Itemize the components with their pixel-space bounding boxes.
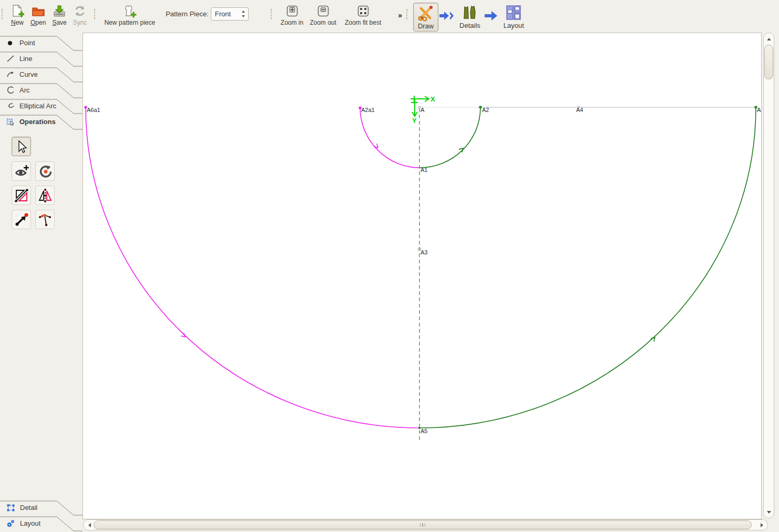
tab-detail[interactable]: Detail bbox=[0, 500, 83, 516]
sync-button[interactable]: Sync bbox=[70, 3, 90, 28]
layout-mode-button[interactable]: Layout bbox=[500, 3, 527, 30]
green-small-arc[interactable] bbox=[419, 107, 480, 168]
zoom-fit-best-button[interactable]: Zoom fit best bbox=[342, 3, 384, 28]
sync-icon bbox=[73, 4, 87, 18]
true-darts-icon bbox=[38, 212, 53, 227]
scroll-left-arrow[interactable] bbox=[85, 520, 94, 530]
tab-layout[interactable]: Layout bbox=[0, 516, 83, 532]
axis-y-label: Y bbox=[412, 117, 417, 125]
pattern-piece-select[interactable]: Front bbox=[211, 7, 249, 21]
new-button-label: New bbox=[11, 19, 24, 26]
save-icon bbox=[53, 4, 66, 18]
magenta-large-arc[interactable] bbox=[86, 107, 419, 428]
rotate-icon bbox=[38, 164, 53, 179]
horizontal-scrollbar-thumb[interactable] bbox=[94, 520, 752, 529]
tab-elliptical-arc[interactable]: Elliptical Arc bbox=[0, 99, 83, 115]
tab-detail-label: Detail bbox=[20, 504, 37, 511]
pattern-drawing: X Y A6a1 A2a1 A A2 A4 A6 A1 A3 A5 bbox=[83, 33, 761, 519]
horizontal-scrollbar[interactable] bbox=[83, 519, 768, 530]
vertical-scrollbar[interactable] bbox=[763, 33, 774, 518]
drawing-canvas[interactable]: X Y A6a1 A2a1 A A2 A4 A6 A1 A3 A5 bbox=[83, 33, 762, 519]
draw-scissors-pencil-icon bbox=[417, 4, 435, 22]
tab-point[interactable]: Point bbox=[0, 36, 83, 52]
scroll-right-arrow[interactable] bbox=[757, 520, 766, 530]
new-pattern-piece-button[interactable]: New pattern piece bbox=[101, 3, 158, 28]
open-button[interactable]: Open bbox=[27, 3, 49, 28]
flip-by-axis-icon bbox=[38, 188, 53, 203]
point-labels: A6a1 A2a1 A A2 A4 A6 A1 A3 A5 bbox=[87, 107, 761, 434]
move-objects-tool-button[interactable] bbox=[12, 210, 31, 229]
label-a2a1: A2a1 bbox=[361, 107, 375, 113]
zoom-out-label: Zoom out bbox=[310, 19, 336, 26]
tab-arc-label: Arc bbox=[19, 86, 30, 94]
draw-to-details-arrow-icon bbox=[438, 10, 454, 22]
eye-plus-icon bbox=[14, 164, 29, 179]
detail-icon bbox=[6, 503, 15, 512]
layout-gears-icon bbox=[6, 519, 15, 528]
tab-arc[interactable]: Arc bbox=[0, 83, 83, 99]
arc-direction-arrows bbox=[181, 144, 657, 342]
layout-mode-label: Layout bbox=[504, 22, 524, 29]
spinner-arrows-icon[interactable] bbox=[241, 9, 247, 19]
pattern-points bbox=[84, 106, 757, 429]
group-visibility-tool-button[interactable] bbox=[12, 161, 31, 181]
tab-point-label: Point bbox=[19, 39, 35, 47]
toolbar-drag-handle[interactable] bbox=[271, 9, 273, 19]
tab-line-label: Line bbox=[19, 55, 33, 63]
rotate-objects-tool-button[interactable] bbox=[35, 161, 55, 181]
label-a6a1: A6a1 bbox=[87, 107, 100, 113]
point-icon bbox=[6, 38, 15, 47]
tab-layout-label: Layout bbox=[20, 519, 40, 527]
pattern-piece-value: Front bbox=[215, 10, 231, 18]
scroll-down-arrow[interactable] bbox=[764, 507, 774, 517]
zoom-in-button[interactable]: Zoom in bbox=[278, 3, 306, 28]
zoom-in-label: Zoom in bbox=[281, 19, 303, 26]
bottom-mode-tabs: Detail Layout bbox=[0, 500, 83, 532]
flip-by-line-tool-button[interactable] bbox=[12, 186, 31, 205]
open-folder-icon bbox=[32, 4, 45, 18]
new-pattern-piece-icon bbox=[123, 4, 137, 18]
tab-curve[interactable]: Curve bbox=[0, 67, 83, 83]
new-button[interactable]: New bbox=[7, 3, 27, 28]
line-icon bbox=[6, 54, 15, 63]
label-a6: A6 bbox=[757, 107, 761, 113]
select-tool-button[interactable] bbox=[12, 137, 31, 156]
green-large-arc[interactable] bbox=[419, 107, 756, 428]
toolbar-drag-handle[interactable] bbox=[94, 9, 96, 19]
zoom-fit-best-label: Zoom fit best bbox=[345, 19, 381, 26]
arc-icon bbox=[6, 86, 15, 94]
details-to-layout-arrow-icon bbox=[484, 10, 498, 22]
open-button-label: Open bbox=[30, 19, 46, 26]
label-a5: A5 bbox=[421, 428, 427, 434]
save-button[interactable]: Save bbox=[49, 3, 69, 28]
tab-operations-label: Operations bbox=[19, 118, 56, 126]
label-a4: A4 bbox=[576, 107, 583, 113]
magenta-small-arc[interactable] bbox=[360, 108, 419, 168]
label-a3: A3 bbox=[421, 249, 427, 255]
layout-mode-icon bbox=[505, 4, 522, 22]
details-mode-label: Details bbox=[459, 22, 480, 29]
true-darts-tool-button[interactable] bbox=[35, 210, 55, 229]
tab-line[interactable]: Line bbox=[0, 52, 83, 67]
pattern-piece-label: Pattern Piece: bbox=[166, 10, 209, 18]
new-document-icon bbox=[11, 4, 24, 18]
zoom-out-button[interactable]: Zoom out bbox=[306, 3, 340, 28]
vertical-scrollbar-thumb[interactable] bbox=[764, 45, 773, 79]
toolbar-overflow-chevron[interactable]: » bbox=[398, 11, 402, 19]
toolbar-drag-handle[interactable] bbox=[406, 9, 408, 19]
new-pattern-piece-label: New pattern piece bbox=[104, 19, 155, 26]
zoom-fit-best-icon bbox=[356, 4, 370, 18]
label-a1: A1 bbox=[421, 167, 427, 173]
details-mode-button[interactable]: Details bbox=[456, 3, 484, 30]
operations-icon bbox=[6, 117, 15, 126]
zoom-out-icon bbox=[316, 4, 330, 18]
tab-operations[interactable]: Operations bbox=[0, 115, 83, 130]
toolbar-drag-handle[interactable] bbox=[2, 9, 4, 19]
details-pattern-pieces-icon bbox=[461, 4, 479, 22]
point-a2[interactable] bbox=[479, 106, 482, 109]
scroll-up-arrow[interactable] bbox=[764, 34, 774, 44]
flip-by-axis-tool-button[interactable] bbox=[35, 186, 55, 205]
tool-sidebar: Point Line Curve Arc bbox=[0, 32, 83, 532]
label-a2: A2 bbox=[482, 107, 489, 113]
draw-mode-button[interactable]: Draw bbox=[413, 3, 438, 32]
